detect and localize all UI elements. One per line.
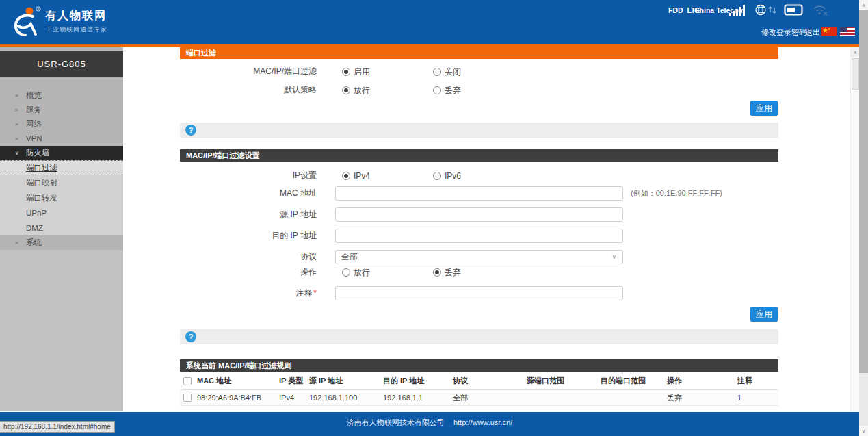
field-label: IP设置 <box>123 168 317 182</box>
radio-unchecked-icon[interactable] <box>342 268 350 277</box>
field-label: 默认策略 <box>123 83 317 97</box>
footer-company: 济南有人物联网技术有限公司 <box>347 418 445 426</box>
apply-button-2[interactable]: 应用 <box>750 307 778 322</box>
source-ip-row: 源 IP 地址 <box>123 207 807 222</box>
chevron-down-icon: ∨ <box>15 146 19 160</box>
radio-option-drop[interactable]: 丢弃 <box>433 265 461 279</box>
field-label: MAC/IP/端口过滤 <box>123 64 317 78</box>
comment-input[interactable] <box>335 286 623 300</box>
usr-logo-icon: R <box>8 5 42 39</box>
mac-address-input[interactable] <box>335 186 623 201</box>
chevron-right-icon: > <box>15 117 18 131</box>
logout-link[interactable]: 退出 <box>805 27 820 38</box>
sidebar-item-system[interactable]: > 系统 <box>0 235 123 250</box>
sidebar-item-port-forwarding[interactable]: 端口转发 <box>0 190 123 205</box>
chevron-right-icon: > <box>15 131 18 146</box>
radio-unchecked-icon[interactable] <box>433 86 441 94</box>
radio-checked-icon[interactable] <box>342 172 350 180</box>
radio-unchecked-icon[interactable] <box>433 68 441 76</box>
radio-option-accept[interactable]: 放行 <box>342 265 370 279</box>
protocol-select[interactable]: 全部 ∨ <box>335 250 623 264</box>
chevron-down-icon: ∨ <box>611 251 616 264</box>
scroll-down-button[interactable]: ∨ <box>859 426 868 436</box>
field-label: 协议 <box>123 250 317 264</box>
column-header-mac: MAC 地址 <box>197 372 231 390</box>
scroll-up-button[interactable]: ∧ <box>859 0 868 10</box>
content-scrollbar[interactable]: ∧ <box>850 47 859 411</box>
help-icon[interactable]: ? <box>185 331 196 342</box>
section-title-current-rules: 系统当前 MAC/IP/端口过滤规则 <box>180 359 778 372</box>
cell-comment: 1 <box>737 390 741 406</box>
radio-unchecked-icon[interactable] <box>433 172 441 180</box>
page-footer: 济南有人物联网技术有限公司 http://www.usr.cn/ <box>0 412 859 436</box>
page-scrollbar-thumb[interactable] <box>859 10 868 373</box>
device-model-title: USR-G805 <box>0 51 123 77</box>
sidebar: USR-G805 > 概览 > 服务 > 网络 > VPN ∨ 防火墙 端口过滤… <box>0 47 123 411</box>
top-header: R 有人物联网 工业物联网通信专家 FDD_LTE China Telecom … <box>0 0 868 44</box>
column-header-action: 操作 <box>667 372 682 390</box>
select-all-checkbox[interactable] <box>183 377 192 385</box>
sim-card-icon <box>784 4 803 16</box>
radio-checked-icon[interactable] <box>342 68 350 76</box>
sidebar-item-vpn[interactable]: > VPN <box>0 131 123 146</box>
wifi-disabled-icon <box>813 3 829 16</box>
radio-option-enable[interactable]: 启用 <box>342 64 370 78</box>
radio-option-accept[interactable]: 放行 <box>342 83 370 97</box>
content-scrollbar-thumb[interactable] <box>852 58 859 90</box>
brand-name: 有人物联网 <box>45 9 107 23</box>
sidebar-item-overview[interactable]: > 概览 <box>0 88 123 103</box>
china-flag-icon[interactable]: ★ ★ <box>821 27 837 36</box>
field-label: 源 IP 地址 <box>123 207 317 222</box>
section-title-port-filter: 端口过滤 <box>180 47 778 59</box>
sidebar-item-port-mapping[interactable]: 端口映射 <box>0 175 123 190</box>
column-header-protocol: 协议 <box>453 372 468 390</box>
radio-checked-icon[interactable] <box>342 86 350 94</box>
column-header-src-ports: 源端口范围 <box>527 372 564 390</box>
column-header-comment: 注释 <box>737 372 752 390</box>
chevron-right-icon: > <box>15 235 18 250</box>
destination-ip-input[interactable] <box>335 229 623 243</box>
page-scrollbar[interactable]: ∧ ∨ <box>859 0 868 436</box>
radio-option-disable[interactable]: 关闭 <box>433 64 461 78</box>
main-content: 端口过滤 MAC/IP/端口过滤 启用 关闭 默认策略 放行 丢弃 应用 ? M… <box>123 47 850 411</box>
wan-traffic-globe-icon <box>755 3 777 16</box>
chevron-right-icon: > <box>15 88 18 103</box>
help-icon[interactable]: ? <box>185 125 196 136</box>
sidebar-item-network[interactable]: > 网络 <box>0 117 123 131</box>
cell-protocol: 全部 <box>453 390 468 406</box>
signal-strength-icon <box>729 3 747 16</box>
ip-version-row: IP设置 IPv4 IPv6 <box>123 168 807 182</box>
help-bar-1: ? <box>180 123 778 138</box>
brand-tagline: 工业物联网通信专家 <box>46 25 107 34</box>
rules-table-row: 98:29:A6:9A:B4:FB IPv4 192.168.1.100 192… <box>180 390 778 406</box>
cell-ip-type: IPv4 <box>279 390 294 406</box>
source-ip-input[interactable] <box>335 207 623 222</box>
sidebar-item-upnp[interactable]: UPnP <box>0 205 123 220</box>
radio-option-drop[interactable]: 丢弃 <box>433 83 461 97</box>
change-password-link[interactable]: 修改登录密码 <box>761 27 806 38</box>
sidebar-item-services[interactable]: > 服务 <box>0 103 123 117</box>
filter-enable-row: MAC/IP/端口过滤 启用 关闭 <box>123 64 807 78</box>
mac-address-row: MAC 地址 (例如：00:1E:90:FF:FF:FF) <box>123 186 807 201</box>
cell-dst-ip: 192.168.1.1 <box>383 390 423 406</box>
protocol-row: 协议 全部 ∨ <box>123 250 807 264</box>
column-header-dst-ip: 目的 IP 地址 <box>383 372 424 390</box>
row-checkbox[interactable] <box>183 394 192 402</box>
radio-option-ipv4[interactable]: IPv4 <box>342 168 370 182</box>
radio-checked-icon[interactable] <box>433 268 441 277</box>
sidebar-item-firewall[interactable]: ∨ 防火墙 <box>0 146 123 160</box>
footer-url[interactable]: http://www.usr.cn/ <box>453 418 512 426</box>
radio-option-ipv6[interactable]: IPv6 <box>433 168 461 182</box>
destination-ip-row: 目的 IP 地址 <box>123 229 807 243</box>
field-label: 注释* <box>123 286 317 300</box>
us-flag-icon[interactable] <box>840 27 855 36</box>
apply-button-1[interactable]: 应用 <box>750 101 778 116</box>
cell-action: 丢弃 <box>667 390 682 406</box>
sidebar-item-port-filter[interactable]: 端口过滤 <box>0 160 123 175</box>
us-flag-canton <box>840 27 847 32</box>
field-label: 操作 <box>123 265 317 279</box>
sidebar-item-dmz[interactable]: DMZ <box>0 220 123 235</box>
cell-mac: 98:29:A6:9A:B4:FB <box>197 390 261 406</box>
field-label: MAC 地址 <box>123 186 317 201</box>
protocol-selected-value: 全部 <box>341 252 358 261</box>
